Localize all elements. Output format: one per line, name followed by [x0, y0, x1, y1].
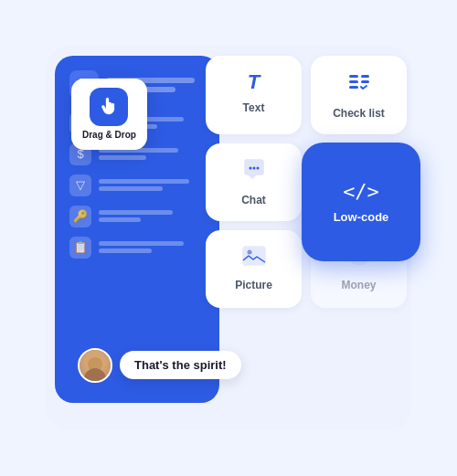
- money-block-label: Money: [341, 279, 376, 291]
- lowcode-label: Low-code: [334, 210, 389, 224]
- svg-point-6: [252, 166, 255, 169]
- drag-icon-circle: [90, 88, 128, 126]
- svg-rect-2: [349, 80, 358, 83]
- block-text[interactable]: T Text: [206, 56, 302, 134]
- row-lines-3: [99, 179, 205, 191]
- checklist-block-icon: [347, 70, 371, 100]
- lowcode-tag-icon: </>: [343, 180, 379, 203]
- hand-icon: [98, 96, 120, 118]
- avatar: [78, 348, 112, 383]
- main-scene: T 🖼 $: [27, 28, 430, 449]
- chat-bubble: That's the spirit!: [120, 351, 241, 379]
- checklist-icon: [347, 70, 371, 94]
- chat-block-label: Chat: [241, 194, 266, 206]
- picture-block-label: Picture: [235, 279, 272, 291]
- svg-rect-3: [361, 80, 369, 83]
- checklist-block-label: Check list: [333, 107, 385, 120]
- svg-rect-1: [361, 75, 369, 78]
- panel-row-4: 🔑: [69, 206, 205, 227]
- chat-block-icon: [241, 158, 267, 186]
- block-chat[interactable]: Chat: [206, 143, 302, 221]
- svg-point-7: [256, 166, 259, 169]
- chat-bubble-container: That's the spirit!: [78, 348, 241, 383]
- svg-rect-0: [349, 75, 358, 78]
- picture-block-icon: [241, 245, 267, 271]
- block-picture[interactable]: Picture: [206, 230, 302, 308]
- svg-rect-8: [243, 247, 265, 265]
- text-block-label: Text: [243, 101, 265, 114]
- block-checklist[interactable]: Check list: [311, 56, 407, 134]
- drag-drop-badge[interactable]: Drag & Drop: [71, 79, 147, 150]
- svg-rect-4: [349, 86, 358, 89]
- clipboard-icon: 📋: [73, 240, 88, 254]
- svg-point-5: [249, 166, 251, 169]
- text-block-icon: T: [248, 70, 260, 94]
- row-lines-5: [99, 241, 205, 253]
- filter-icon: ▽: [76, 178, 85, 192]
- row-lines-4: [99, 210, 205, 222]
- picture-icon: [241, 245, 267, 267]
- row-icon-3: ▽: [69, 175, 91, 196]
- panel-row-3: ▽: [69, 175, 205, 196]
- lowcode-block[interactable]: </> Low-code: [302, 143, 420, 261]
- drag-drop-label: Drag & Drop: [82, 130, 136, 141]
- key-icon: 🔑: [73, 209, 88, 223]
- svg-point-9: [247, 249, 251, 254]
- chat-message-text: That's the spirit!: [134, 358, 227, 372]
- avatar-image: [80, 350, 111, 381]
- panel-row-5: 📋: [69, 237, 205, 259]
- row-lines-2: [99, 148, 205, 160]
- chat-icon: [241, 158, 267, 182]
- row-icon-4: 🔑: [69, 206, 91, 227]
- row-icon-5: 📋: [69, 237, 91, 259]
